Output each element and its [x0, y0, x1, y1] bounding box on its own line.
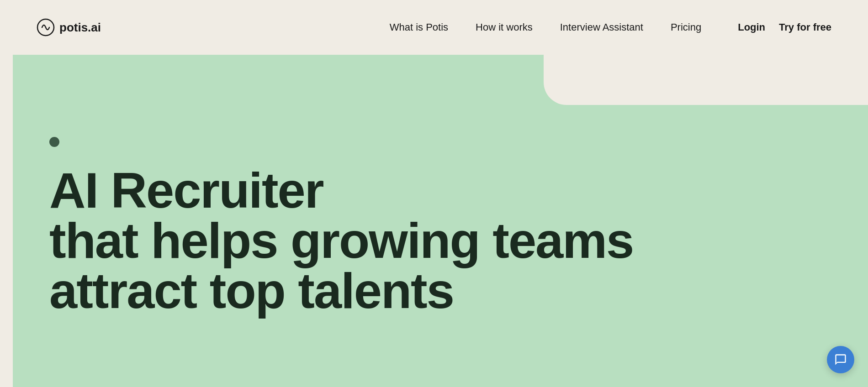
hero-dot-decoration [49, 137, 59, 147]
hero-heading-line1: AI Recruiter [49, 162, 323, 218]
hero-heading-line3: attract top talents [49, 262, 454, 319]
nav-item-what-is-potis[interactable]: What is Potis [390, 21, 448, 33]
hero-wrapper: AI Recruiter that helps growing teams at… [0, 0, 868, 387]
login-link[interactable]: Login [738, 21, 765, 33]
hero-heading-line2: that helps growing teams [49, 212, 633, 268]
chat-icon [834, 353, 847, 366]
hero-content: AI Recruiter that helps growing teams at… [13, 55, 670, 343]
nav-link-pricing[interactable]: Pricing [671, 21, 701, 33]
logo-icon [37, 18, 55, 37]
navbar: potis.ai What is Potis How it works Inte… [0, 0, 868, 55]
nav-link-how-it-works[interactable]: How it works [476, 21, 533, 33]
logo-text: potis.ai [59, 21, 101, 35]
nav-links: What is Potis How it works Interview Ass… [390, 21, 702, 33]
nav-item-how-it-works[interactable]: How it works [476, 21, 533, 33]
nav-link-interview-assistant[interactable]: Interview Assistant [560, 21, 643, 33]
nav-item-interview-assistant[interactable]: Interview Assistant [560, 21, 643, 33]
try-free-link[interactable]: Try for free [779, 21, 831, 33]
hero-heading: AI Recruiter that helps growing teams at… [49, 165, 633, 316]
logo-link[interactable]: potis.ai [37, 18, 101, 37]
nav-actions: Login Try for free [738, 21, 831, 33]
nav-link-what-is-potis[interactable]: What is Potis [390, 21, 448, 33]
nav-item-pricing[interactable]: Pricing [671, 21, 701, 33]
chat-widget-button[interactable] [827, 346, 854, 373]
